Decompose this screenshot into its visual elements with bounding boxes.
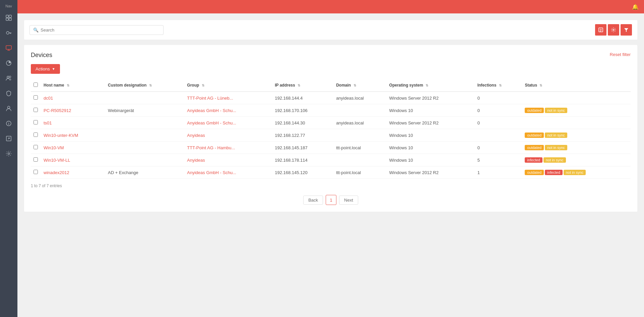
row-checkbox-cell[interactable]	[31, 166, 41, 179]
sort-hostname-icon: ⇅	[67, 84, 69, 87]
table-row: dc01TTT-Point AG - Lüneb...192.168.144.4…	[31, 92, 631, 104]
row-group[interactable]: TTT-Point AG - Hambu...	[184, 142, 272, 154]
hostname-link[interactable]: Win10-VM	[44, 145, 64, 150]
pagination-back-button[interactable]: Back	[303, 196, 323, 205]
filter-button[interactable]	[621, 24, 632, 36]
row-group[interactable]: Anyideas GmbH - Schu...	[184, 104, 272, 117]
row-hostname[interactable]: Win10-unter-KVM	[41, 129, 105, 142]
row-status	[522, 92, 631, 104]
row-domain: anyideas.local	[333, 117, 386, 129]
sidebar-item-link[interactable]	[0, 131, 17, 147]
row-checkbox-cell[interactable]	[31, 117, 41, 129]
sort-infections-icon: ⇅	[499, 84, 502, 87]
sort-status-icon: ⇅	[539, 84, 542, 87]
row-checkbox-2[interactable]	[34, 120, 38, 124]
row-group[interactable]: TTT-Point AG - Lüneb...	[184, 92, 272, 104]
row-checkbox-3[interactable]	[34, 133, 38, 137]
row-group[interactable]: Anyideas GmbH - Schu...	[184, 166, 272, 179]
row-ip: 192.168.144.4	[272, 92, 333, 104]
notification-bell-icon[interactable]: 🔔	[632, 4, 639, 10]
status-badge: infected	[545, 170, 563, 175]
pagination-next-button[interactable]: Next	[339, 196, 358, 205]
link-icon	[6, 136, 12, 143]
hostname-link[interactable]: PC-R5052912	[44, 108, 71, 113]
col-infections[interactable]: Infections ⇅	[475, 79, 522, 92]
search-actions	[595, 24, 632, 36]
svg-marker-25	[624, 28, 628, 32]
reset-filter-button[interactable]: Reset filter	[610, 52, 631, 57]
search-input[interactable]	[41, 28, 160, 33]
row-checkbox-0[interactable]	[34, 95, 38, 100]
row-infections	[475, 129, 522, 142]
col-os[interactable]: Operating system ⇅	[387, 79, 475, 92]
column-settings-button[interactable]	[608, 24, 619, 36]
row-checkbox-cell[interactable]	[31, 142, 41, 154]
hostname-link[interactable]: dc01	[44, 96, 53, 101]
row-hostname[interactable]: ts01	[41, 117, 105, 129]
group-link[interactable]: TTT-Point AG - Hambu...	[187, 145, 235, 150]
row-hostname[interactable]: dc01	[41, 92, 105, 104]
sidebar-item-person[interactable]	[0, 101, 17, 116]
export-button[interactable]	[595, 24, 606, 36]
group-link[interactable]: Anyideas GmbH - Schu...	[187, 120, 236, 125]
hostname-link[interactable]: winadex2012	[44, 170, 69, 175]
sidebar-item-shield[interactable]	[0, 86, 17, 101]
row-domain	[333, 154, 386, 166]
sidebar-item-analytics[interactable]	[0, 56, 17, 71]
sidebar-item-dashboard[interactable]	[0, 11, 17, 26]
sort-domain-icon: ⇅	[353, 84, 356, 87]
col-domain[interactable]: Domain ⇅	[333, 79, 386, 92]
svg-point-17	[8, 122, 9, 123]
row-hostname[interactable]: Win10-VM	[41, 142, 105, 154]
row-hostname[interactable]: winadex2012	[41, 166, 105, 179]
col-group[interactable]: Group ⇅	[184, 79, 272, 92]
sidebar-item-key[interactable]	[0, 26, 17, 41]
select-all-checkbox[interactable]	[34, 83, 38, 87]
group-link[interactable]: Anyideas	[187, 158, 205, 163]
row-group[interactable]: Anyideas	[184, 129, 272, 142]
pagination-page-1[interactable]: 1	[326, 195, 336, 205]
row-checkbox-cell[interactable]	[31, 129, 41, 142]
actions-button[interactable]: Actions ▼	[31, 64, 60, 74]
row-hostname[interactable]: PC-R5052912	[41, 104, 105, 117]
row-checkbox-cell[interactable]	[31, 92, 41, 104]
row-group[interactable]: Anyideas GmbH - Schu...	[184, 117, 272, 129]
row-checkbox-5[interactable]	[34, 157, 38, 162]
svg-rect-3	[9, 18, 11, 20]
status-badge: infected	[525, 157, 542, 163]
col-status[interactable]: Status ⇅	[522, 79, 631, 92]
col-ip[interactable]: IP address ⇅	[272, 79, 333, 92]
row-custom	[105, 154, 184, 166]
row-os: Windows 10	[387, 129, 475, 142]
hostname-link[interactable]: Win10-VM-LL	[44, 158, 70, 163]
row-infections: 0	[475, 117, 522, 129]
hostname-link[interactable]: Win10-unter-KVM	[44, 133, 78, 138]
row-infections: 5	[475, 154, 522, 166]
row-checkbox-cell[interactable]	[31, 104, 41, 117]
group-link[interactable]: Anyideas GmbH - Schu...	[187, 108, 236, 113]
group-link[interactable]: Anyideas	[187, 133, 205, 138]
row-hostname[interactable]: Win10-VM-LL	[41, 154, 105, 166]
col-custom[interactable]: Custom designation ⇅	[105, 79, 184, 92]
sidebar-item-info[interactable]	[0, 116, 17, 131]
row-checkbox-cell[interactable]	[31, 154, 41, 166]
row-checkbox-6[interactable]	[34, 170, 38, 174]
sidebar-item-users[interactable]	[0, 71, 17, 86]
select-all-header[interactable]	[31, 79, 41, 92]
table-row: Win10-VMTTT-Point AG - Hambu...192.168.1…	[31, 142, 631, 154]
row-status: infectednot in sync	[522, 154, 631, 166]
row-checkbox-4[interactable]	[34, 145, 38, 149]
hostname-link[interactable]: ts01	[44, 120, 52, 125]
svg-point-12	[7, 76, 9, 78]
group-link[interactable]: TTT-Point AG - Lüneb...	[187, 96, 233, 101]
col-hostname[interactable]: Host name ⇅	[41, 79, 105, 92]
group-link[interactable]: Anyideas GmbH - Schu...	[187, 170, 236, 175]
row-checkbox-1[interactable]	[34, 108, 38, 112]
topbar: 🔔	[17, 0, 644, 13]
row-os: Windows Server 2012 R2	[387, 92, 475, 104]
row-group[interactable]: Anyideas	[184, 154, 272, 166]
sidebar-item-settings[interactable]	[0, 147, 17, 162]
sidebar-item-monitor[interactable]	[0, 41, 17, 56]
row-infections: 1	[475, 166, 522, 179]
sort-group-icon: ⇅	[202, 84, 204, 87]
